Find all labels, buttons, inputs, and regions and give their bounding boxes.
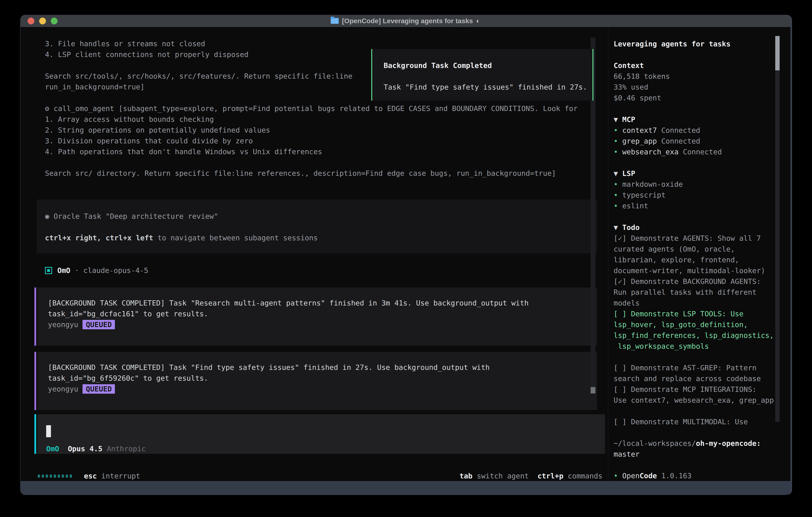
spinner-dot xyxy=(58,474,60,478)
sidebar-line: • typescript xyxy=(614,190,774,200)
sidebar-line: [✓] Demonstrate AGENTS: Show all 7 xyxy=(614,233,774,244)
task-line: [BACKGROUND TASK COMPLETED] Task "Find t… xyxy=(48,362,597,373)
sidebar-line: [✓] Demonstrate BACKGROUND AGENTS: xyxy=(614,276,774,287)
spinner-dot xyxy=(66,474,68,478)
sidebar-line: lsp_hover, lsp_goto_definition, xyxy=(614,319,774,330)
sidebar-line: ▼ Todo xyxy=(614,222,774,233)
sidebar-line xyxy=(614,352,774,362)
oracle-task-title: ◉ Oracle Task "Deep architecture review" xyxy=(45,211,218,222)
purple-accent-bar xyxy=(34,288,36,346)
text-cursor xyxy=(46,425,51,437)
sidebar-line xyxy=(614,103,774,114)
toast-body: Task "Find type safety issues" finished … xyxy=(384,83,587,91)
sidebar-line: lsp_find_references, lsp_diagnostics, xyxy=(614,330,774,341)
session-sidebar: Leveraging agents for tasks Context66,51… xyxy=(614,38,774,481)
prompt-input[interactable]: OmO Opus 4.5 Anthropic xyxy=(34,414,605,454)
spinner-dot xyxy=(42,474,44,478)
sidebar-line: document-writer, multimodal-looker) xyxy=(614,265,774,276)
keybind-hints: tab switch agent ctrl+p commands xyxy=(460,471,602,482)
sidebar-line: • markdown-oxide xyxy=(614,179,774,190)
sidebar-line: search and replace across codebase xyxy=(614,373,774,384)
sidebar-line: Leveraging agents for tasks xyxy=(614,38,774,49)
opencode-terminal-window: [OpenCode] Leveraging agents for tasks ◐… xyxy=(20,15,792,495)
terminal-line xyxy=(45,157,620,168)
sidebar-line: • eslint xyxy=(614,200,774,211)
sidebar-line: • OpenCode 1.0.163 xyxy=(614,470,774,481)
task-line: yeongyu QUEUED xyxy=(48,319,597,330)
sidebar-line: • context7 Connected xyxy=(614,125,774,136)
spinner-dot xyxy=(70,474,72,478)
terminal-line: 4. Path operations that don't handle Win… xyxy=(45,146,620,157)
oracle-task-panel: ◉ Oracle Task "Deep architecture review"… xyxy=(37,199,597,253)
omo-agent-icon xyxy=(45,267,52,274)
sidebar-line xyxy=(614,427,774,438)
task-box-1-body: [BACKGROUND TASK COMPLETED] Task "Find t… xyxy=(37,352,597,410)
agent-header-label: OmO · claude-opus-4-5 xyxy=(57,265,148,276)
sidebar-line: [ ] Demonstrate MCP INTEGRATIONS: xyxy=(614,384,774,395)
spinner-dot xyxy=(62,474,64,478)
sidebar-line: lsp_workspace_symbols xyxy=(614,341,774,352)
interrupt-hint: esc interrupt xyxy=(84,471,140,482)
spinner-dot xyxy=(54,474,56,478)
sidebar-line: 33% used xyxy=(614,82,774,92)
window-footer-strip xyxy=(21,481,790,495)
sidebar-line xyxy=(614,406,774,416)
spinner-dot xyxy=(38,474,40,478)
terminal-line: 2. String operations on potentially unde… xyxy=(45,125,620,136)
terminal-line: 3. File handles or streams not closed xyxy=(45,38,620,49)
teal-accent-bar xyxy=(34,414,36,454)
sidebar-line xyxy=(614,49,774,60)
sidebar-scrollbar-thumb[interactable] xyxy=(775,36,780,71)
traffic-lights xyxy=(28,18,58,24)
terminal-scrollbar-thumb[interactable] xyxy=(590,387,596,393)
half-circle-icon: ◐ xyxy=(476,17,480,25)
close-button[interactable] xyxy=(28,18,34,24)
sidebar-line: • grep_app Connected xyxy=(614,136,774,146)
sidebar-line: 66,518 tokens xyxy=(614,71,774,82)
titlebar: [OpenCode] Leveraging agents for tasks ◐ xyxy=(21,15,790,27)
terminal-line: 1. Array access without bounds checking xyxy=(45,114,620,125)
sidebar-line: [ ] Demonstrate MULTIMODAL: Use xyxy=(614,416,774,427)
sidebar-line: [ ] Demonstrate LSP TOOLS: Use xyxy=(614,308,774,319)
minimize-button[interactable] xyxy=(39,18,46,24)
spinner-dot xyxy=(46,474,48,478)
spinner-dots-icon xyxy=(38,474,72,478)
sidebar-line: ~/local-workspaces/oh-my-opencode: xyxy=(614,438,774,449)
background-task-message: [BACKGROUND TASK COMPLETED] Task "Resear… xyxy=(34,288,597,346)
sidebar-line xyxy=(614,157,774,168)
sidebar-line: • websearch_exa Connected xyxy=(614,146,774,157)
oracle-task-hint: ctrl+x right, ctrl+x left to navigate be… xyxy=(45,233,318,243)
sidebar-line: ▼ MCP xyxy=(614,114,774,125)
terminal-line: ⚙ call_omo_agent [subagent_type=explore,… xyxy=(45,103,620,114)
sidebar-line: master xyxy=(614,449,774,460)
sidebar-line: models xyxy=(614,298,774,308)
folder-icon xyxy=(331,18,339,24)
sidebar-line: ▼ LSP xyxy=(614,168,774,179)
background-task-toast: Background Task Completed Task "Find typ… xyxy=(371,49,593,101)
sidebar-divider xyxy=(608,27,608,481)
purple-accent-bar xyxy=(34,352,36,410)
zoom-button[interactable] xyxy=(51,18,58,24)
terminal-line: 3. Division operations that could divide… xyxy=(45,136,620,146)
task-box-0-body: [BACKGROUND TASK COMPLETED] Task "Resear… xyxy=(37,288,597,346)
sidebar-line: Run parallel tasks with different xyxy=(614,287,774,298)
model-indicator: OmO Opus 4.5 Anthropic xyxy=(46,443,146,454)
terminal-line: Search src/ directory. Return specific f… xyxy=(45,168,620,179)
window-title: [OpenCode] Leveraging agents for tasks xyxy=(342,17,473,25)
background-task-message: [BACKGROUND TASK COMPLETED] Task "Find t… xyxy=(34,352,597,410)
sidebar-line xyxy=(614,211,774,222)
toast-title: Background Task Completed xyxy=(384,61,492,70)
spinner-dot xyxy=(50,474,52,478)
sidebar-scrollbar[interactable] xyxy=(775,36,780,422)
task-line: task_id="bg_6f59260c" to get results. xyxy=(48,373,597,384)
agent-header: OmO · claude-opus-4-5 xyxy=(45,265,148,276)
sidebar-line: Context xyxy=(614,60,774,71)
sidebar-line: Use context7, websearch_exa, grep_app xyxy=(614,395,774,406)
sidebar-line: librarian, explore, frontend, xyxy=(614,254,774,265)
task-line: task_id="bg_dcfac161" to get results. xyxy=(48,308,597,319)
task-line: yeongyu QUEUED xyxy=(48,384,597,394)
status-bar: esc interrupt tab switch agent ctrl+p co… xyxy=(38,471,602,482)
sidebar-line: $0.46 spent xyxy=(614,92,774,103)
sidebar-line xyxy=(614,460,774,470)
task-line: [BACKGROUND TASK COMPLETED] Task "Resear… xyxy=(48,298,597,308)
